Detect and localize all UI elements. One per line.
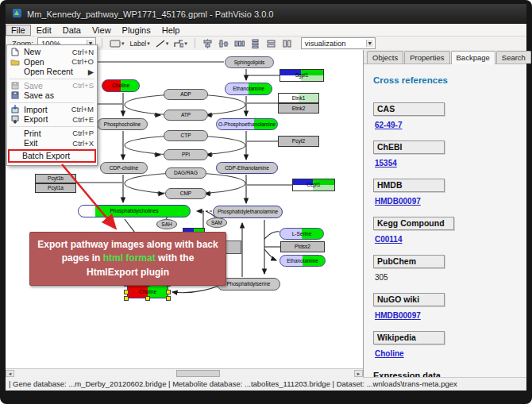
file-menu-item-label: Save: [24, 81, 67, 90]
file-menu-item-import[interactable]: ImportCtrl+M: [7, 105, 97, 115]
file-menu: NewCtrl+NOpenCtrl+OOpen Recent▶SaveCtrl+…: [6, 44, 98, 166]
label-tool-text: Label: [129, 40, 146, 48]
pathway-node-sah[interactable]: SAH: [156, 219, 177, 229]
menu-separator: [10, 126, 94, 127]
pathway-node-o-phosphoethanolamine[interactable]: O-Phosphoethanolamine: [216, 118, 278, 130]
title-bar[interactable]: Mm_Kennedy_pathway_WP1771_45176.gpml - P…: [6, 4, 526, 24]
file-menu-item-open-recent[interactable]: Open Recent▶: [7, 67, 97, 77]
pathway-node-ptdss2[interactable]: Ptdss2: [280, 241, 325, 252]
scroll-right-icon[interactable]: ►: [354, 370, 363, 377]
menu-data[interactable]: Data: [57, 25, 87, 36]
node-label: DAG/RAG: [166, 168, 206, 178]
distribute-vertical-button[interactable]: [249, 37, 262, 49]
common-width-button[interactable]: [264, 37, 278, 49]
xref-link[interactable]: HMDB00097: [375, 311, 421, 320]
pathway-node-adp[interactable]: ADP: [164, 89, 208, 100]
pathway-node-ethanolamine-top[interactable]: Ethanolamine: [225, 83, 272, 95]
file-menu-item-export[interactable]: ExportCtrl+E: [7, 114, 97, 125]
pathway-node-ethanolamine-bottom[interactable]: Ethanolamine: [279, 255, 326, 267]
tab-properties[interactable]: Properties: [404, 51, 449, 63]
window-title: Mm_Kennedy_pathway_WP1771_45176.gpml - P…: [27, 10, 273, 19]
menu-file[interactable]: File: [6, 25, 31, 36]
selection-handle[interactable]: [166, 296, 171, 301]
pathway-node-phosphatidylethanolamine[interactable]: Phosphatidylethanolamine: [213, 206, 283, 218]
xref-link[interactable]: C00114: [375, 235, 402, 244]
selection-handle[interactable]: [166, 290, 171, 294]
distribute-horizontal-button[interactable]: [233, 37, 246, 49]
label-tool-button[interactable]: Label▾: [128, 37, 151, 49]
file-menu-item-save-as[interactable]: Save as: [7, 90, 97, 101]
pathway-node-etnk2[interactable]: Etnk2: [278, 103, 319, 114]
tab-search[interactable]: Search: [496, 51, 531, 63]
xref-link[interactable]: 62-49-7: [375, 121, 402, 129]
pathway-node-atp[interactable]: ATP: [164, 110, 208, 121]
file-menu-item-label: Print: [24, 129, 67, 138]
pathway-node-sphingolipids[interactable]: Sphingolipids: [225, 56, 274, 68]
tab-objects[interactable]: Objects: [367, 51, 403, 63]
scrollbar-thumb[interactable]: [176, 370, 220, 377]
file-menu-item-batch-export[interactable]: Batch Export: [8, 149, 96, 163]
file-menu-shortcut: Ctrl+N: [72, 48, 94, 56]
xref-link[interactable]: HMDB00097: [375, 197, 421, 206]
chevron-down-icon[interactable]: ▾: [366, 40, 373, 47]
scroll-left-icon[interactable]: ◄: [6, 370, 14, 377]
menu-edit[interactable]: Edit: [31, 25, 57, 36]
pathway-node-dag[interactable]: DAG/RAG: [165, 167, 206, 179]
file-menu-item-label: Export: [24, 114, 67, 124]
pathway-node-etnk1[interactable]: Etnk1: [278, 93, 319, 103]
datanode-tool-button[interactable]: ▾: [108, 37, 126, 49]
pathway-node-cept1[interactable]: Cept1: [292, 179, 335, 191]
pathway-node-cdp-ethanolamine[interactable]: CDP-Ethanolamine: [216, 162, 278, 174]
xref-section-hmdb: HMDB: [373, 179, 445, 192]
selection-handle[interactable]: [145, 296, 150, 301]
file-menu-item-open[interactable]: OpenCtrl+O: [7, 57, 97, 67]
annotation-callout: Export pathway images along with back pa…: [29, 232, 226, 286]
pathway-node-pcyt1b[interactable]: Pcyt1b: [35, 174, 76, 183]
menu-view[interactable]: View: [87, 25, 117, 36]
file-menu-item-new[interactable]: NewCtrl+N: [7, 47, 97, 57]
node-label: PPi: [164, 150, 207, 160]
pathway-node-pcyt2[interactable]: Pcyt2: [278, 136, 319, 147]
pathway-node-sgpl1[interactable]: Sgpl1: [279, 69, 324, 82]
file-menu-item-exit[interactable]: ExitCtrl+X: [7, 138, 97, 148]
node-label: Phosphatidylserine: [218, 279, 279, 290]
pathway-node-choline-top[interactable]: Choline: [102, 79, 140, 92]
menu-help[interactable]: Help: [156, 25, 186, 36]
menu-plugins[interactable]: Plugins: [117, 25, 156, 36]
align-center-vertical-button[interactable]: [217, 37, 230, 49]
align-center-horizontal-button[interactable]: [201, 37, 214, 49]
pathway-node-phosphatidylcholines[interactable]: Phosphatidylcholines: [78, 205, 191, 217]
node-label: Phosphocholine: [98, 119, 147, 129]
line-tool-button[interactable]: ▾: [154, 37, 171, 49]
selection-handle[interactable]: [124, 296, 129, 301]
pathway-node-cmp[interactable]: CMP: [165, 188, 206, 199]
node-label: CTP: [164, 131, 207, 140]
file-menu-item-label: Save as: [24, 90, 89, 100]
cross-references-heading: Cross references: [373, 75, 526, 85]
pathway-node-l-serine[interactable]: L-Serine: [279, 228, 324, 240]
pathway-node-cdp-choline[interactable]: CDP-choline: [100, 162, 148, 174]
file-menu-item-print[interactable]: PrintCtrl+P: [7, 129, 97, 139]
file-menu-item-label: Open: [24, 57, 67, 67]
pathway-node-hidden-gene-fragment[interactable]: [226, 240, 241, 254]
tab-backpage[interactable]: Backpage: [451, 51, 495, 64]
xref-link[interactable]: Choline: [375, 349, 404, 358]
selection-handle[interactable]: [124, 290, 129, 294]
chevron-down-icon: ▾: [166, 40, 169, 47]
pathway-node-ppi[interactable]: PPi: [164, 149, 208, 160]
visualization-value: visualization: [305, 39, 346, 48]
menu-bar: FileEditDataViewPluginsHelp: [6, 24, 526, 37]
visualization-combo[interactable]: visualization▾: [301, 37, 376, 49]
open-icon: [10, 57, 21, 66]
pathway-node-sam[interactable]: SAM: [206, 217, 227, 228]
xref-link[interactable]: 15354: [375, 159, 397, 167]
pathway-node-phosphocholine[interactable]: Phosphocholine: [97, 118, 148, 130]
node-label: Cept1: [293, 179, 334, 190]
pathway-node-pcyt1a[interactable]: Pcyt1a: [35, 183, 76, 193]
canvas-h-scrollbar[interactable]: ◄ ►: [6, 368, 363, 378]
common-height-button[interactable]: [280, 37, 294, 49]
pathway-node-ctp[interactable]: CTP: [164, 130, 208, 141]
pathway-node-phosphatidylserine[interactable]: Phosphatidylserine: [217, 278, 280, 290]
connector-tool-button[interactable]: ▾: [172, 37, 189, 49]
file-menu-shortcut: Ctrl+X: [72, 139, 94, 148]
